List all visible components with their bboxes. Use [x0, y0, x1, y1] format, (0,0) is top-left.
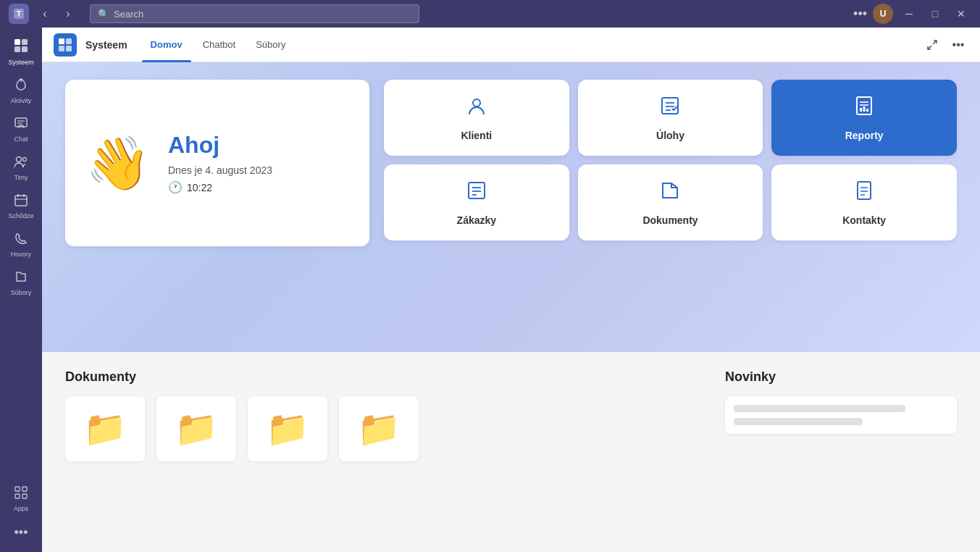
sidebar: Systeem Aktivity Chat — [0, 28, 42, 552]
sidebar-label-timy: Timy — [14, 174, 28, 181]
ulohy-label: Úlohy — [656, 130, 684, 141]
minimize-button[interactable]: ─ — [899, 4, 919, 24]
sidebar-item-subory[interactable]: Súbory — [4, 265, 38, 301]
svg-point-23 — [473, 99, 480, 106]
svg-rect-33 — [866, 109, 868, 112]
svg-point-10 — [23, 158, 27, 162]
kontakty-icon — [853, 179, 876, 207]
svg-rect-3 — [22, 39, 28, 45]
svg-rect-5 — [22, 46, 28, 52]
apps-icon — [14, 485, 28, 503]
svg-rect-32 — [863, 106, 866, 112]
kontakty-label: Kontakty — [842, 214, 886, 226]
app-layout: Systeem Aktivity Chat — [0, 28, 980, 552]
teams-logo: T — [9, 4, 29, 24]
hero-section: 👋 Ahoj Dnes je 4. august 2023 🕐 10:22 — [42, 62, 980, 352]
svg-rect-4 — [14, 46, 20, 52]
folder-icon: 📁 — [175, 409, 218, 449]
tab-more-button[interactable]: ••• — [948, 35, 968, 55]
svg-point-9 — [17, 157, 22, 162]
nav-card-dokumenty[interactable]: Dokumenty — [578, 164, 763, 241]
zakazky-icon — [465, 179, 488, 207]
titlebar: T ‹ › 🔍 ••• U ─ □ ✕ — [0, 0, 980, 28]
novinky-section: Novinky — [725, 369, 957, 461]
svg-rect-34 — [469, 183, 485, 198]
svg-rect-11 — [15, 196, 27, 206]
svg-rect-19 — [59, 38, 64, 44]
dokumenty-section: Dokumenty 📁 📁 📁 📁 — [65, 369, 702, 461]
search-input[interactable] — [114, 9, 411, 20]
svg-text:T: T — [17, 10, 21, 18]
svg-rect-2 — [14, 39, 20, 45]
search-bar[interactable]: 🔍 — [90, 4, 419, 23]
app-title: Systeem — [85, 39, 127, 51]
svg-rect-18 — [22, 494, 27, 498]
novinky-line — [734, 418, 863, 425]
sidebar-item-apps[interactable]: Apps — [4, 481, 38, 517]
dokumenty-icon — [658, 179, 682, 207]
dokumenty-section-title: Dokumenty — [65, 369, 702, 385]
novinky-item — [725, 396, 957, 434]
welcome-text: Ahoj Dnes je 4. august 2023 🕐 10:22 — [168, 132, 272, 194]
ulohy-icon — [658, 94, 682, 122]
zakazky-label: Zákazky — [457, 214, 496, 226]
nav-card-zakazky[interactable]: Zákazky — [384, 164, 569, 241]
sidebar-label-systeem: Systeem — [8, 59, 33, 66]
tab-domov[interactable]: Domov — [142, 28, 191, 62]
sidebar-more-button[interactable]: ••• — [9, 519, 34, 546]
folder-item[interactable]: 📁 — [339, 396, 419, 461]
search-icon: 🔍 — [98, 9, 109, 20]
close-button[interactable]: ✕ — [951, 4, 971, 24]
nav-forward-button[interactable]: › — [58, 4, 78, 24]
folder-item[interactable]: 📁 — [248, 396, 327, 461]
sidebar-item-chat[interactable]: Chat — [4, 112, 38, 147]
more-options-button[interactable]: ••• — [853, 7, 867, 22]
tab-subory[interactable]: Súbory — [247, 28, 294, 62]
svg-rect-24 — [662, 98, 678, 114]
page-content: 👋 Ahoj Dnes je 4. august 2023 🕐 10:22 — [42, 62, 980, 552]
main-content: Systeem Domov Chatbot Súbory ••• — [42, 28, 980, 552]
nav-card-reporty[interactable]: Reporty — [771, 80, 957, 156]
welcome-emoji: 👋 — [85, 133, 151, 194]
sidebar-item-timy[interactable]: Timy — [4, 150, 38, 185]
svg-rect-31 — [860, 108, 862, 112]
hovory-icon — [14, 231, 28, 249]
sidebar-label-apps: Apps — [14, 505, 29, 512]
svg-rect-17 — [15, 494, 20, 498]
sidebar-label-schodze: Schôdze — [8, 212, 33, 219]
sidebar-item-aktivity[interactable]: Aktivity — [4, 73, 38, 109]
sidebar-item-systeem[interactable]: Systeem — [4, 33, 38, 70]
welcome-card: 👋 Ahoj Dnes je 4. august 2023 🕐 10:22 — [65, 80, 369, 246]
novinky-line — [734, 405, 905, 412]
expand-button[interactable] — [922, 35, 942, 55]
aktivity-icon — [14, 78, 28, 96]
folder-icon: 📁 — [83, 409, 127, 449]
sidebar-item-hovory[interactable]: Hovory — [4, 227, 38, 262]
schodze-icon — [14, 193, 28, 211]
dokumenty-label: Dokumenty — [642, 214, 698, 226]
folder-icon: 📁 — [357, 409, 401, 449]
nav-card-ulohy[interactable]: Úlohy — [578, 80, 763, 156]
novinky-section-title: Novinky — [725, 369, 957, 385]
tab-chatbot[interactable]: Chatbot — [194, 28, 245, 62]
folder-item[interactable]: 📁 — [65, 396, 145, 461]
klienti-label: Klienti — [461, 130, 492, 141]
bottom-section: Dokumenty 📁 📁 📁 📁 — [42, 352, 980, 479]
sidebar-item-schodze[interactable]: Schôdze — [4, 188, 38, 224]
svg-rect-20 — [66, 38, 72, 44]
app-icon — [54, 33, 77, 57]
systeem-icon — [13, 38, 29, 57]
welcome-date: Dnes je 4. august 2023 — [168, 164, 272, 176]
nav-card-kontakty[interactable]: Kontakty — [771, 164, 957, 241]
avatar[interactable]: U — [873, 4, 893, 24]
tabbar-right: ••• — [922, 35, 968, 55]
reporty-icon — [853, 94, 876, 122]
maximize-button[interactable]: □ — [925, 4, 945, 24]
sidebar-label-subory: Súbory — [11, 289, 32, 296]
nav-card-klienti[interactable]: Klienti — [384, 80, 569, 156]
timy-icon — [13, 154, 29, 172]
svg-rect-38 — [858, 182, 871, 199]
folder-item[interactable]: 📁 — [156, 396, 236, 461]
clock-icon: 🕐 — [168, 180, 183, 194]
nav-back-button[interactable]: ‹ — [35, 4, 55, 24]
